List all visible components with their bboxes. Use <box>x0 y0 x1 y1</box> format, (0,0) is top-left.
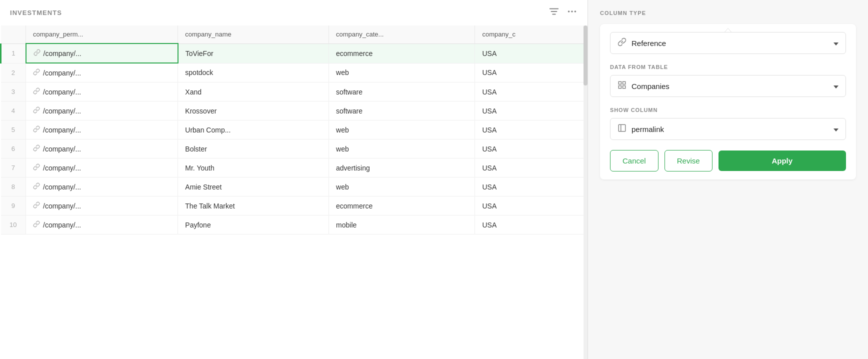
cell-company-perm[interactable]: /company/... <box>26 44 178 63</box>
link-icon <box>618 38 626 48</box>
cell-company-perm[interactable]: /company/... <box>26 196 178 216</box>
cell-company-category: web <box>329 178 475 196</box>
table-row[interactable]: 8 /company/...Amie StreetwebUSA <box>1 178 588 196</box>
cell-company-perm[interactable]: /company/... <box>26 140 178 158</box>
column-icon <box>618 124 626 134</box>
cancel-button[interactable]: Cancel <box>610 150 658 172</box>
cell-company-category: software <box>329 102 475 120</box>
cell-company-country: USA <box>475 82 588 102</box>
cell-rownum: 7 <box>1 158 26 178</box>
cell-company-country: USA <box>475 120 588 140</box>
table-title: INVESTMENTS <box>10 9 62 16</box>
show-column-label: SHOW COLUMN <box>610 107 846 113</box>
left-panel: INVESTMENTS c <box>0 0 588 359</box>
cell-company-country: USA <box>475 102 588 120</box>
reference-type-dropdown[interactable]: Reference <box>610 32 846 54</box>
svg-point-5 <box>574 10 576 12</box>
cell-company-name: Bolster <box>178 140 329 158</box>
cell-company-category: mobile <box>329 216 475 234</box>
col-header-company-name[interactable]: company_name <box>178 26 329 44</box>
cell-rownum: 2 <box>1 63 26 82</box>
cell-company-category: web <box>329 140 475 158</box>
dropdown-left-companies: Companies <box>618 80 670 92</box>
cell-company-country: USA <box>475 196 588 216</box>
data-from-table-label: DATA FROM TABLE <box>610 64 846 70</box>
table-row[interactable]: 2 /company/...spotdockwebUSA <box>1 63 588 82</box>
table-row[interactable]: 6 /company/...BolsterwebUSA <box>1 140 588 158</box>
cell-rownum: 10 <box>1 216 26 234</box>
cell-company-category: advertising <box>329 158 475 178</box>
investments-table: company_perm... company_name company_cat… <box>0 26 588 234</box>
cell-rownum: 6 <box>1 140 26 158</box>
filter-icon[interactable] <box>548 6 560 20</box>
cell-company-name: Amie Street <box>178 178 329 196</box>
cell-rownum: 8 <box>1 178 26 196</box>
svg-rect-7 <box>623 82 626 84</box>
cell-company-perm[interactable]: /company/... <box>26 120 178 140</box>
cell-company-perm[interactable]: /company/... <box>26 82 178 102</box>
cell-company-perm[interactable]: /company/... <box>26 102 178 120</box>
cell-company-perm[interactable]: /company/... <box>26 158 178 178</box>
svg-point-4 <box>571 10 573 12</box>
cell-company-name: The Talk Market <box>178 196 329 216</box>
table-row[interactable]: 10 /company/...PayfonemobileUSA <box>1 216 588 234</box>
cell-company-country: USA <box>475 140 588 158</box>
dropdown-left: Reference <box>618 38 666 48</box>
cell-company-country: USA <box>475 63 588 82</box>
scrollbar-thumb[interactable] <box>584 26 588 86</box>
cell-company-name: Urban Comp... <box>178 120 329 140</box>
cell-company-category: web <box>329 63 475 82</box>
cell-company-name: Xand <box>178 82 329 102</box>
svg-point-3 <box>568 10 570 12</box>
cell-company-perm[interactable]: /company/... <box>26 216 178 234</box>
cell-company-category: ecommerce <box>329 44 475 63</box>
cell-company-country: USA <box>475 158 588 178</box>
column-type-card: Reference DATA FROM TABLE Companies <box>600 24 856 180</box>
reference-label: Reference <box>632 39 666 48</box>
svg-rect-9 <box>623 86 626 88</box>
dropdown-left-permalink: permalink <box>618 124 664 134</box>
chevron-down-icon <box>832 39 838 47</box>
table-row[interactable]: 7 /company/...Mr. YouthadvertisingUSA <box>1 158 588 178</box>
right-panel: COLUMN TYPE Reference <box>588 0 868 359</box>
col-header-company-perm[interactable]: company_perm... <box>26 26 178 44</box>
cell-company-country: USA <box>475 216 588 234</box>
revise-button[interactable]: Revise <box>664 150 712 172</box>
panel-title: COLUMN TYPE <box>600 10 856 16</box>
reference-dropdown-wrapper: Reference <box>610 32 846 54</box>
cell-rownum: 9 <box>1 196 26 216</box>
table-row[interactable]: 3 /company/...XandsoftwareUSA <box>1 82 588 102</box>
apply-button[interactable]: Apply <box>718 150 846 171</box>
cell-company-name: Krossover <box>178 102 329 120</box>
companies-label: Companies <box>632 82 670 90</box>
table-row[interactable]: 9 /company/...The Talk MarketecommerceUS… <box>1 196 588 216</box>
dropdown-pointer <box>724 28 732 32</box>
show-column-dropdown[interactable]: permalink <box>610 118 846 140</box>
table-row[interactable]: 1 /company/...ToVieForecommerceUSA <box>1 44 588 63</box>
data-from-table-dropdown[interactable]: Companies <box>610 75 846 97</box>
svg-rect-6 <box>618 82 621 84</box>
svg-rect-8 <box>618 86 621 88</box>
chevron-down-icon-3 <box>832 125 838 133</box>
table-wrapper: company_perm... company_name company_cat… <box>0 26 588 359</box>
cell-company-category: ecommerce <box>329 196 475 216</box>
cell-rownum: 4 <box>1 102 26 120</box>
permalink-label: permalink <box>632 125 664 134</box>
table-row[interactable]: 4 /company/...KrossoversoftwareUSA <box>1 102 588 120</box>
header-icons <box>548 6 578 20</box>
cell-company-category: software <box>329 82 475 102</box>
grid-icon <box>618 80 626 92</box>
scrollbar-track[interactable] <box>584 26 588 359</box>
cell-company-perm[interactable]: /company/... <box>26 63 178 82</box>
cell-rownum: 5 <box>1 120 26 140</box>
cell-company-name: ToVieFor <box>178 44 329 63</box>
more-options-icon[interactable] <box>566 6 578 20</box>
cell-company-perm[interactable]: /company/... <box>26 178 178 196</box>
cell-company-country: USA <box>475 44 588 63</box>
cell-company-country: USA <box>475 178 588 196</box>
cell-company-name: Payfone <box>178 216 329 234</box>
col-header-company-cate[interactable]: company_cate... <box>329 26 475 44</box>
col-header-company-c[interactable]: company_c <box>475 26 588 44</box>
cell-company-category: web <box>329 120 475 140</box>
table-row[interactable]: 5 /company/...Urban Comp...webUSA <box>1 120 588 140</box>
